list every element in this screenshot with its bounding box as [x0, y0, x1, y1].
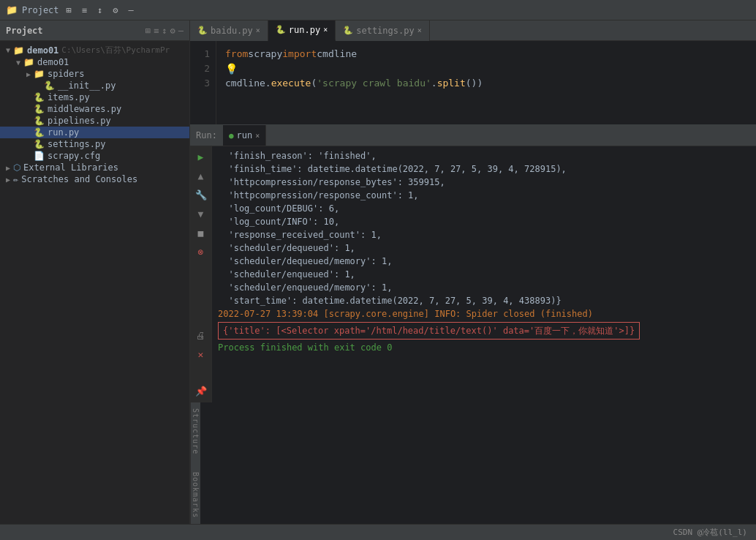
tab-run-close[interactable]: ×: [323, 26, 328, 34]
tree-item-run[interactable]: ▶ 🐍 run.py: [0, 127, 189, 138]
tree-item-pipelines[interactable]: ▶ 🐍 pipelines.py: [0, 115, 189, 127]
tree-item-init[interactable]: ▶ 🐍 __init__.py: [0, 80, 189, 91]
output-line-1: 'finish_time': datetime.datetime(2022, 7…: [218, 162, 750, 176]
tree-item-demo01[interactable]: ▼ 📁 demo01: [0, 56, 189, 68]
tree-arrow-cfg: ▶: [23, 152, 34, 160]
code-line-3: cmdline . execute ( 'scrapy crawl baidu'…: [225, 76, 747, 91]
tree-label-init: __init__.py: [58, 80, 116, 91]
run-label: Run:: [196, 130, 217, 140]
py-icon-mw: 🐍: [34, 104, 45, 114]
panel-icon-5[interactable]: —: [178, 26, 184, 36]
folder-icon-root: 📁: [13, 45, 24, 56]
cfg-icon: 📄: [34, 151, 45, 161]
content-area: 🐍 baidu.py × 🐍 run.py × 🐍 settings.py ×: [190, 20, 756, 524]
run-btn-print[interactable]: 🖨: [193, 328, 209, 344]
output-line-8: 'scheduler/dequeued/memory': 1,: [218, 255, 750, 268]
tree-arrow-pip: ▶: [23, 117, 34, 125]
run-btn-down[interactable]: ▼: [193, 206, 209, 222]
app-container: 📁 Project ⊞ ≡ ↕ ⚙ — Project ⊞ ≡ ↕ ⚙ —: [0, 0, 756, 540]
tab-settings[interactable]: 🐍 settings.py ×: [336, 20, 430, 41]
output-boxed: {'title': [<Selector xpath='/html/head/t…: [218, 322, 640, 340]
tree-item-settings[interactable]: ▶ 🐍 settings.py: [0, 138, 189, 150]
panel-icon-1[interactable]: ⊞: [145, 26, 151, 36]
tree-label-cfg: scrapy.cfg: [48, 151, 100, 161]
tab-baidu-close[interactable]: ×: [256, 26, 260, 34]
tree-item-ext-lib[interactable]: ▶ ⬡ External Libraries: [0, 162, 189, 173]
run-btn-stop[interactable]: ■: [193, 225, 209, 241]
tree-arrow-demo01: ▼: [13, 59, 23, 67]
toolbar-icon-1[interactable]: ⊞: [64, 4, 75, 17]
project-label[interactable]: Project: [22, 5, 59, 15]
run-content-area: ▶ ▲ 🔧 ▼ ■ ⊗ 🖨 ✕ 📌: [190, 146, 756, 402]
tree-arrow-ext: ▶: [3, 164, 13, 172]
code-paren-close: ()): [466, 76, 483, 91]
tree-label-run: run.py: [48, 127, 79, 138]
run-btn-pin[interactable]: 📌: [193, 383, 209, 400]
run-output[interactable]: 'finish_reason': 'finished', 'finish_tim…: [212, 146, 756, 402]
tree-arrow-items: ▶: [23, 94, 34, 102]
tree-arrow-set: ▶: [23, 140, 34, 149]
tree-label-items: items.py: [48, 92, 90, 102]
run-btn-clear[interactable]: ⊗: [193, 244, 209, 260]
output-line-2: 'httpcompression/response_bytes': 359915…: [218, 176, 750, 189]
run-btn-wrench[interactable]: 🔧: [193, 187, 209, 203]
code-paren-open: (: [311, 76, 317, 91]
line-numbers: 1 2 3: [190, 41, 216, 124]
tree-item-items[interactable]: ▶ 🐍 items.py: [0, 91, 189, 103]
kw-from: from: [225, 47, 248, 61]
code-content[interactable]: from scrapy import cmdline 💡 cmdline: [216, 41, 756, 124]
output-line-12: 2022-07-27 13:39:04 [scrapy.core.engine]…: [218, 307, 750, 320]
output-line-6: 'response_received_count': 1,: [218, 228, 750, 241]
tree-item-middlewares[interactable]: ▶ 🐍 middlewares.py: [0, 103, 189, 115]
code-cmdline-ref: cmdline: [225, 76, 265, 91]
bookmarks-label[interactable]: Bookmarks: [190, 466, 201, 524]
panel-icon-2[interactable]: ≡: [154, 26, 159, 36]
py-icon-init: 🐍: [44, 80, 55, 91]
tree-arrow-run: ▶: [23, 129, 34, 137]
output-line-7: 'scheduler/dequeued': 1,: [218, 241, 750, 255]
tab-settings-label: settings.py: [356, 26, 414, 36]
tree-label-scratches: Scratches and Consoles: [21, 174, 137, 184]
ext-lib-icon: ⬡: [13, 162, 20, 173]
output-line-success: Process finished with exit code 0: [218, 341, 750, 354]
tab-run[interactable]: 🐍 run.py ×: [268, 20, 336, 41]
run-tab-run[interactable]: ● run ×: [223, 125, 266, 146]
tree-item-scrapy-cfg[interactable]: ▶ 📄 scrapy.cfg: [0, 150, 189, 162]
editor-tabs: 🐍 baidu.py × 🐍 run.py × 🐍 settings.py ×: [190, 20, 756, 41]
panel-title: Project: [6, 26, 43, 36]
tab-run-icon: 🐍: [276, 25, 286, 34]
py-icon-items: 🐍: [34, 92, 45, 102]
run-btn-x[interactable]: ✕: [193, 347, 209, 363]
tab-settings-close[interactable]: ×: [417, 26, 422, 34]
tree-item-spiders[interactable]: ▶ 📁 spiders: [0, 68, 189, 80]
toolbar-icon-5[interactable]: —: [126, 4, 137, 17]
tree-label-set: settings.py: [48, 139, 105, 149]
tree-item-root[interactable]: ▼ 📁 demo01 C:\Users\百芬\PycharmPr: [0, 44, 189, 56]
tree-label-pip: pipelines.py: [48, 116, 111, 126]
lightbulb-icon[interactable]: 💡: [225, 61, 238, 76]
editor-area: 1 2 3 from scrapy import cmdline: [190, 41, 756, 124]
run-tab-close[interactable]: ×: [255, 132, 260, 140]
tree-item-scratches[interactable]: ▶ ✏ Scratches and Consoles: [0, 173, 189, 185]
toolbar-icon-2[interactable]: ≡: [79, 4, 90, 17]
run-btn-play[interactable]: ▶: [193, 149, 209, 165]
tab-baidu[interactable]: 🐍 baidu.py ×: [190, 20, 268, 41]
run-btn-up[interactable]: ▲: [193, 168, 209, 184]
code-dot-1: .: [265, 76, 271, 91]
toolbar-icon-3[interactable]: ↕: [94, 4, 105, 17]
top-toolbar: 📁 Project ⊞ ≡ ↕ ⚙ —: [0, 0, 756, 20]
tree-arrow-root: ▼: [3, 46, 13, 54]
structure-label[interactable]: Structure: [190, 402, 201, 460]
py-icon-set: 🐍: [34, 139, 45, 149]
tab-baidu-label: baidu.py: [211, 26, 253, 36]
run-tabs-bar: Run: ● run ×: [190, 126, 756, 146]
tree-arrow-scratches: ▶: [3, 176, 13, 184]
panel-icon-3[interactable]: ↕: [162, 26, 167, 36]
toolbar-icon-4[interactable]: ⚙: [110, 4, 121, 17]
panel-icon-4[interactable]: ⚙: [170, 26, 175, 36]
output-line-10: 'scheduler/enqueued/memory': 1,: [218, 281, 750, 294]
project-folder-icon: 📁: [6, 4, 18, 15]
project-panel: Project ⊞ ≡ ↕ ⚙ — ▼ 📁 demo01 C:\Users\百芬…: [0, 20, 190, 524]
project-tree: ▼ 📁 demo01 C:\Users\百芬\PycharmPr ▼ 📁 dem…: [0, 41, 189, 524]
panel-header: Project ⊞ ≡ ↕ ⚙ —: [0, 20, 189, 41]
